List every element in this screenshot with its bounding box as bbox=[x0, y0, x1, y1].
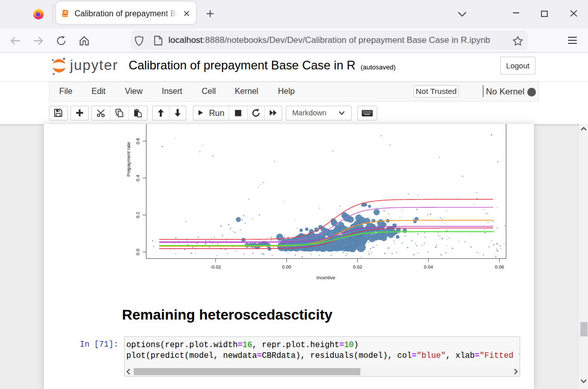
svg-text:0.0: 0.0 bbox=[135, 249, 140, 255]
svg-text:0.4: 0.4 bbox=[135, 175, 140, 181]
svg-text:0.02: 0.02 bbox=[353, 264, 362, 270]
svg-text:Incentive: Incentive bbox=[316, 275, 335, 280]
svg-text:0.00: 0.00 bbox=[282, 264, 291, 270]
svg-text:-0.02: -0.02 bbox=[210, 264, 221, 270]
svg-text:Prepayment rate: Prepayment rate bbox=[126, 142, 131, 177]
svg-text:0.06: 0.06 bbox=[495, 264, 504, 270]
svg-text:0.2: 0.2 bbox=[135, 212, 140, 218]
svg-text:0.6: 0.6 bbox=[135, 138, 140, 144]
svg-text:0.04: 0.04 bbox=[424, 264, 433, 270]
